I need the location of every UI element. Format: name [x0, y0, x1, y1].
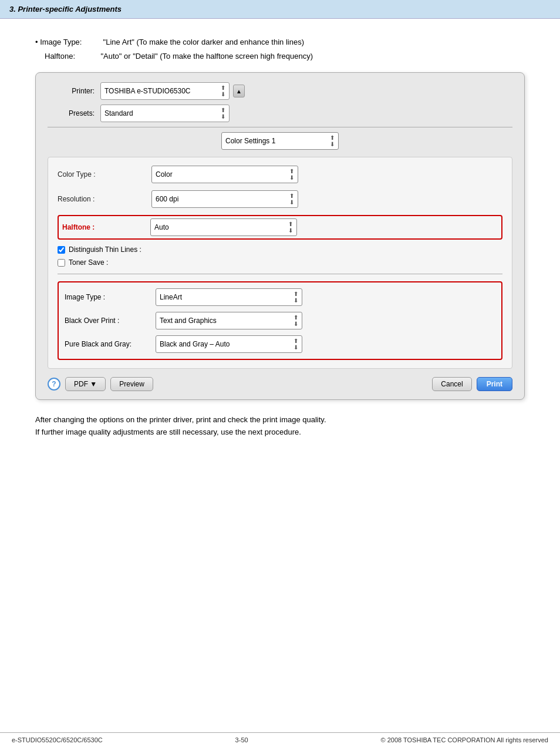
resolution-value: 600 dpi	[156, 195, 178, 203]
color-type-value: Color	[156, 170, 173, 179]
pure-black-select[interactable]: Black and Gray – Auto ⬆⬇	[156, 335, 302, 353]
pure-black-stepper: ⬆⬇	[294, 338, 298, 351]
black-over-print-label: Black Over Print :	[65, 317, 156, 325]
black-over-print-row: Black Over Print : Text and Graphics ⬆⬇	[65, 312, 495, 329]
page-content: • Image Type: "Line Art" (To make the co…	[0, 19, 560, 450]
black-over-print-value: Text and Graphics	[160, 317, 217, 325]
footer-right: © 2008 TOSHIBA TEC CORPORATION All right…	[381, 736, 548, 743]
cancel-button[interactable]: Cancel	[432, 377, 471, 391]
toner-save-checkbox[interactable]	[58, 259, 65, 267]
pure-black-label: Pure Black and Gray:	[65, 340, 156, 348]
presets-stepper: ⬆⬇	[221, 107, 225, 120]
image-type-row: Image Type : LineArt ⬆⬇	[65, 288, 495, 306]
toner-save-row: Toner Save :	[58, 258, 502, 267]
black-over-print-stepper: ⬆⬇	[294, 314, 298, 327]
cancel-label: Cancel	[441, 380, 463, 388]
black-over-print-select[interactable]: Text and Graphics ⬆⬇	[156, 312, 302, 329]
presets-label: Presets:	[48, 109, 95, 117]
pure-black-row: Pure Black and Gray: Black and Gray – Au…	[65, 335, 495, 353]
distinguish-label: Distinguish Thin Lines :	[69, 245, 141, 254]
printer-expand-button[interactable]: ▲	[233, 85, 245, 97]
presets-select[interactable]: Standard ⬆⬇	[100, 105, 230, 122]
color-settings-select[interactable]: Color Settings 1 ⬆⬇	[221, 132, 339, 150]
resolution-stepper: ⬆⬇	[289, 193, 294, 206]
distinguish-row: Distinguish Thin Lines :	[58, 245, 502, 254]
intro-section: • Image Type: "Line Art" (To make the co…	[35, 36, 525, 62]
color-type-select[interactable]: Color ⬆⬇	[151, 166, 298, 183]
preview-label: Preview	[119, 380, 144, 388]
printer-label: Printer:	[48, 87, 95, 95]
page-footer: e-STUDIO5520C/6520C/6530C 3-50 © 2008 TO…	[0, 732, 560, 747]
footer-page: 3-50	[235, 736, 248, 743]
divider-2	[58, 274, 502, 274]
color-settings-value: Color Settings 1	[225, 137, 275, 145]
print-dialog: Printer: TOSHIBA e-STUDIO6530C ⬆⬇ ▲ Pres…	[35, 72, 525, 400]
pdf-button[interactable]: PDF ▼	[65, 377, 106, 391]
image-type-stepper: ⬆⬇	[294, 291, 298, 304]
print-label: Print	[487, 380, 502, 388]
color-settings-stepper: ⬆⬇	[330, 134, 335, 147]
halftone-label: Halftone:	[45, 52, 75, 60]
halftone-select[interactable]: Auto ⬆⬇	[150, 218, 297, 236]
color-settings-row: Color Settings 1 ⬆⬇	[48, 132, 512, 150]
presets-value: Standard	[104, 109, 133, 117]
resolution-label: Resolution :	[58, 195, 151, 203]
bullet-label: • Image Type:	[35, 38, 82, 46]
after-text: After changing the options on the printe…	[35, 414, 525, 439]
divider-1	[48, 127, 512, 127]
halftone-stepper: ⬆⬇	[288, 221, 293, 234]
image-type-section: Image Type : LineArt ⬆⬇ Black Over Print…	[58, 281, 502, 360]
resolution-row: Resolution : 600 dpi ⬆⬇	[58, 190, 502, 208]
halftone-row-highlighted: Halftone : Auto ⬆⬇	[58, 215, 502, 240]
image-type-label: Image Type :	[65, 293, 156, 301]
header-title: 3. Printer-specific Adjustments	[9, 5, 122, 14]
halftone-value: "Auto" or "Detail" (To make the halftone…	[100, 52, 313, 60]
printer-value: TOSHIBA e-STUDIO6530C	[104, 87, 191, 95]
color-type-label: Color Type :	[58, 170, 151, 179]
print-button[interactable]: Print	[477, 377, 512, 391]
image-type-value: LineArt	[160, 293, 182, 301]
halftone-row-label: Halftone :	[62, 223, 150, 231]
bullet-value: "Line Art" (To make the color darker and…	[103, 38, 304, 46]
printer-row: Printer: TOSHIBA e-STUDIO6530C ⬆⬇ ▲	[48, 82, 512, 100]
halftone-line: Halftone: "Auto" or "Detail" (To make th…	[45, 51, 525, 62]
after-line-1: After changing the options on the printe…	[35, 414, 525, 426]
page-header: 3. Printer-specific Adjustments	[0, 0, 560, 19]
after-line-2: If further image quality adjustments are…	[35, 426, 525, 439]
pure-black-value: Black and Gray – Auto	[160, 340, 230, 348]
preview-button[interactable]: Preview	[110, 377, 153, 391]
settings-panel: Color Type : Color ⬆⬇ Resolution : 600 d…	[48, 157, 512, 369]
color-type-stepper: ⬆⬇	[289, 168, 294, 181]
distinguish-checkbox[interactable]	[58, 246, 65, 254]
footer-left: e-STUDIO5520C/6520C/6530C	[12, 736, 103, 743]
printer-select[interactable]: TOSHIBA e-STUDIO6530C ⬆⬇	[100, 82, 230, 100]
bullet-line: • Image Type: "Line Art" (To make the co…	[35, 36, 525, 48]
resolution-select[interactable]: 600 dpi ⬆⬇	[151, 190, 298, 208]
printer-stepper: ⬆⬇	[221, 85, 225, 97]
help-button[interactable]: ?	[48, 378, 60, 391]
color-type-row: Color Type : Color ⬆⬇	[58, 166, 502, 183]
pdf-label: PDF ▼	[74, 380, 97, 388]
presets-row: Presets: Standard ⬆⬇	[48, 105, 512, 122]
halftone-value: Auto	[154, 223, 169, 231]
image-type-select[interactable]: LineArt ⬆⬇	[156, 288, 302, 306]
printer-buttons: ▲	[233, 85, 245, 97]
dialog-footer: ? PDF ▼ Preview Cancel Print	[48, 377, 512, 391]
toner-save-label: Toner Save :	[69, 258, 108, 267]
